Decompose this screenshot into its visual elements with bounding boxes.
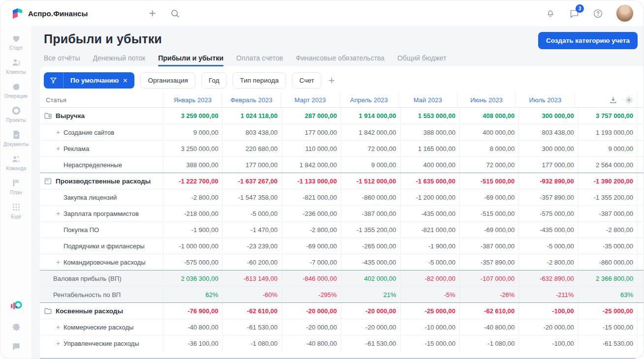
- cell-value: -846 000,00: [282, 270, 341, 286]
- row-label: Подрядчики и фрилансеры: [64, 242, 145, 250]
- expand-icon[interactable]: +: [55, 209, 62, 217]
- cell-value: -575 000,00: [163, 254, 222, 270]
- cell-value: 1 193 000,00: [578, 124, 637, 140]
- tab-общий-бюджет[interactable]: Общий бюджет: [397, 54, 446, 66]
- folder-plus-icon: [44, 112, 52, 120]
- cell-value: -1 133 000,00: [282, 173, 341, 189]
- cell-value: 803 438,00: [222, 124, 281, 140]
- help-icon[interactable]: [592, 8, 603, 19]
- tab-финансовые-обязательства[interactable]: Финансовые обязательства: [296, 54, 385, 66]
- sidebar-item-7[interactable]: План: [0, 178, 32, 195]
- gear-icon[interactable]: [11, 322, 21, 332]
- add-icon[interactable]: +: [147, 8, 158, 19]
- expand-icon[interactable]: +: [55, 145, 62, 152]
- cell-value: -62 610,00: [459, 303, 518, 319]
- expand-icon[interactable]: +: [55, 339, 62, 347]
- cell-value: 3 250 000,00: [163, 141, 222, 156]
- cell-value: 388 000,00: [400, 124, 459, 140]
- table-row[interactable]: +Создание сайтов9 000,00803 438,00177 00…: [40, 124, 644, 140]
- settings-gear-icon[interactable]: [625, 96, 633, 104]
- table-row[interactable]: Нераспределенные388 000,00177 000,001 84…: [40, 156, 644, 173]
- sidebar-item-2[interactable]: Клиенты: [0, 57, 32, 75]
- expand-icon[interactable]: +: [55, 258, 62, 266]
- cell-value: -860 000,00: [341, 189, 400, 205]
- sidebar-item-6[interactable]: Команда: [0, 153, 32, 171]
- user-avatar[interactable]: [616, 4, 634, 22]
- table-row[interactable]: Производственные расходы-1 222 700,00-1 …: [40, 173, 644, 189]
- cell-value: 9 000,00: [163, 124, 222, 140]
- filter-funnel-icon[interactable]: [44, 72, 64, 89]
- app-window: Аспро.Финансы + 3: [0, 0, 644, 359]
- column-header-month: Март 2023: [281, 92, 339, 107]
- search-icon[interactable]: [169, 8, 180, 19]
- cell-value: 1 842 000,00: [282, 157, 341, 173]
- table-row[interactable]: Косвенные расходы-76 900,00-62 610,00-20…: [40, 302, 644, 319]
- cell-value: -100,00: [518, 335, 578, 351]
- table-row[interactable]: Покупка ПО-1 900,00-1 470,00-2 800,00-1 …: [40, 221, 644, 238]
- column-header-month: Апрель 2023: [339, 92, 398, 107]
- tab-оплата-счетов[interactable]: Оплата счетов: [236, 54, 283, 66]
- cell-value: -69 000,00: [282, 238, 341, 254]
- cell-value: 8 000,00: [459, 141, 518, 156]
- table-row[interactable]: +Зарплата программистов-218 000,00-5 000…: [40, 205, 644, 221]
- bell-icon[interactable]: [545, 8, 556, 19]
- feedback-icon[interactable]: [11, 342, 21, 352]
- cell-value: 72 000,00: [459, 157, 518, 173]
- cell-value: -1 390 200,00: [578, 173, 637, 189]
- table-row[interactable]: Выручка3 259 000,001 024 118,00287 000,0…: [40, 108, 644, 124]
- add-filter-icon[interactable]: +: [328, 75, 335, 86]
- table-row[interactable]: +Управленческие расходы-36 100,00-1 080,…: [40, 335, 644, 351]
- table-body: Выручка3 259 000,001 024 118,00287 000,0…: [40, 108, 644, 359]
- table-row[interactable]: +Командировочные расходы-575 000,00-60 2…: [40, 254, 644, 270]
- filter-chip[interactable]: Организация: [140, 72, 195, 89]
- tab-денежный-поток[interactable]: Денежный поток: [93, 54, 145, 66]
- sidebar-item-8[interactable]: Ещё: [0, 202, 32, 219]
- filter-chip[interactable]: Тип периода: [232, 72, 286, 89]
- default-filter-button[interactable]: По умолчанию ✕: [44, 72, 134, 89]
- chat-icon[interactable]: 3: [569, 8, 580, 19]
- main-content: Прибыли и убытки Создать категорию учета…: [32, 26, 644, 359]
- clear-filter-icon[interactable]: ✕: [123, 77, 128, 84]
- app-name: Аспро.Финансы: [28, 9, 88, 18]
- filter-chip[interactable]: Счет: [292, 72, 322, 89]
- brand-mini-logo[interactable]: [10, 299, 23, 312]
- sidebar-item-5[interactable]: Документы: [0, 129, 32, 147]
- sidebar-item-1[interactable]: Старт: [0, 33, 32, 51]
- row-stub: [637, 157, 644, 173]
- table-row[interactable]: Закупка лицензий-2 800,00-1 547 358,00-8…: [40, 189, 644, 205]
- table-row[interactable]: +Реклама3 250 000,00220 680,00110 000,00…: [40, 140, 644, 156]
- cell-value: -632 890,00: [518, 270, 578, 286]
- cell-value: 300 000,00: [518, 141, 578, 156]
- start-icon: [11, 33, 22, 44]
- sidebar-item-4[interactable]: Проекты: [0, 105, 32, 123]
- download-icon[interactable]: [609, 96, 617, 104]
- row-label: Создание сайтов: [64, 129, 114, 136]
- chat-badge: 3: [576, 4, 584, 13]
- row-label: Командировочные расходы: [64, 259, 146, 266]
- sidebar-item-3[interactable]: Операции: [0, 81, 32, 99]
- table-row[interactable]: +Коммерческие расходы-40 800,00-61 530,0…: [40, 319, 644, 335]
- table-row[interactable]: Подрядчики и фрилансеры-1 000 000,00-23 …: [40, 238, 644, 254]
- cell-value: -295%: [282, 287, 341, 302]
- cell-value: -62 610,00: [222, 303, 281, 319]
- column-header-statya: Статья: [40, 92, 163, 107]
- cell-value: -932 890,00: [518, 173, 578, 189]
- tab-прибыли-и-убытки[interactable]: Прибыли и убытки: [158, 54, 224, 66]
- sidebar-item-label: Ещё: [11, 214, 21, 219]
- cell-value: -218 000,00: [163, 206, 222, 221]
- filter-chip[interactable]: Год: [201, 72, 227, 89]
- cell-value: -23 239,00: [222, 238, 281, 254]
- active-filter-label: По умолчанию: [70, 77, 119, 84]
- folder-icon: [44, 307, 52, 315]
- cell-value: -61 530,00: [222, 319, 281, 335]
- expand-icon[interactable]: +: [55, 128, 62, 136]
- cell-value: -387 000,00: [578, 206, 637, 221]
- cell-value: -515 000,00: [459, 173, 518, 189]
- create-category-button[interactable]: Создать категорию учета: [538, 32, 638, 49]
- tab-все-отчёты[interactable]: Все отчёты: [44, 54, 80, 66]
- cell-value: 177 000,00: [222, 157, 281, 173]
- cell-value: 2 036 300,00: [163, 270, 222, 286]
- expand-icon[interactable]: +: [55, 323, 62, 331]
- cell-value: 1 165 000,00: [400, 141, 459, 156]
- cell-value: -211%: [518, 287, 578, 302]
